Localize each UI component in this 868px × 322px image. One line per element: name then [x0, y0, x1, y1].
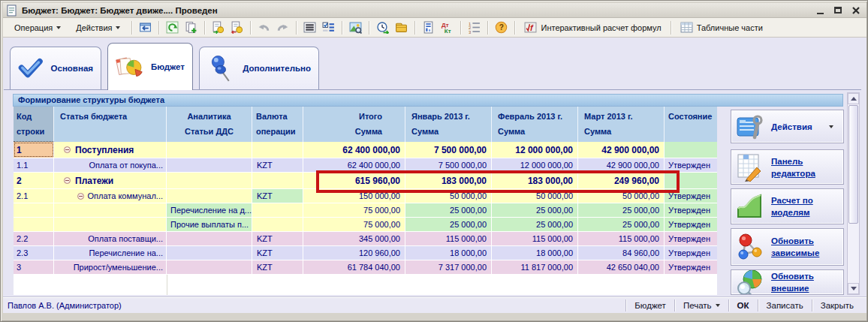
cell-mar[interactable]: 115 000,00 [578, 232, 665, 245]
table-row[interactable]: 1Поступления62 400 000,007 500 000,0012 … [14, 142, 717, 158]
cell-code[interactable] [14, 203, 54, 217]
cell-total[interactable]: 61 784 040,00 [303, 260, 405, 274]
binder-icon[interactable] [393, 20, 410, 36]
history-icon[interactable] [374, 20, 391, 36]
cell-article[interactable]: Оплата от покупа... [54, 158, 167, 172]
cell-feb[interactable]: 11 817 000,00 [492, 260, 578, 274]
table-empty-area[interactable] [14, 275, 717, 295]
cell-total[interactable]: 345 000,00 [303, 232, 405, 245]
cell-state[interactable]: Утвержден [665, 218, 717, 231]
cell-state[interactable] [665, 142, 717, 158]
cell-state[interactable]: Утвержден [665, 189, 717, 203]
maximize-button[interactable] [830, 5, 845, 17]
table-row[interactable]: 1.1Оплата от покупа...KZT62 400 000,007 … [14, 158, 717, 173]
cell-feb[interactable]: 115 000,00 [492, 232, 578, 245]
side-editor-panel-button[interactable]: Панель редактора [731, 149, 844, 185]
cell-article[interactable]: Перечисление на... [54, 246, 167, 260]
cell-state[interactable]: Утвержден [665, 260, 717, 274]
cell-total[interactable]: 150 000,00 [303, 189, 405, 203]
redo-icon[interactable] [274, 20, 291, 36]
cell-feb[interactable]: 183 000,00 [492, 173, 578, 188]
cell-code[interactable]: 2.2 [14, 232, 54, 245]
operation-menu[interactable]: Операция [8, 20, 68, 35]
tab-main[interactable]: Основная [10, 47, 101, 89]
cell-mar[interactable]: 50 000,00 [578, 189, 665, 203]
post-icon[interactable] [209, 20, 227, 36]
side-actions-button[interactable]: Действия [731, 110, 844, 143]
close-form-button[interactable]: Закрыть [812, 299, 862, 311]
cell-total[interactable]: 75 000,00 [303, 218, 405, 231]
cell-feb[interactable]: 25 000,00 [492, 203, 578, 217]
side-model-calc-button[interactable]: Расчет по моделям [731, 188, 844, 224]
scroll-down-button[interactable] [848, 283, 859, 294]
cell-feb[interactable]: 25 000,00 [492, 218, 578, 231]
cell-analytics[interactable] [167, 142, 252, 158]
cell-currency[interactable]: KZT [252, 189, 303, 203]
refresh-icon[interactable] [164, 20, 181, 36]
cell-state[interactable]: Утвержден [665, 232, 717, 245]
cell-currency[interactable] [252, 173, 303, 188]
scroll-up-button[interactable] [848, 93, 859, 104]
unpost-icon[interactable] [228, 20, 246, 36]
column-header[interactable]: Валютаоперации [252, 107, 303, 142]
picture-preview-icon[interactable] [347, 20, 364, 36]
cell-article[interactable] [54, 218, 167, 231]
cell-code[interactable]: 1.1 [14, 158, 54, 172]
print-button[interactable]: Печать [675, 299, 728, 311]
tabular-parts-button[interactable]: Табличные части [676, 19, 767, 36]
cell-jan[interactable]: 25 000,00 [405, 218, 492, 231]
reread-icon[interactable] [137, 20, 154, 36]
cell-state[interactable]: Утвержден [665, 246, 717, 260]
cell-total[interactable]: 62 400 000,00 [303, 158, 405, 172]
cell-analytics[interactable] [167, 189, 252, 203]
cell-mar[interactable]: 25 000,00 [578, 203, 665, 217]
cell-article[interactable] [54, 203, 167, 217]
collapse-icon[interactable] [64, 177, 71, 184]
cell-mar[interactable]: 42 900 000,00 [578, 158, 665, 172]
cell-code[interactable]: 1 [14, 142, 54, 158]
column-header[interactable]: Кодстроки [14, 107, 54, 142]
column-header[interactable]: ИтогоСумма [303, 107, 405, 142]
cell-article[interactable]: Оплата поставщи... [54, 232, 167, 245]
cell-jan[interactable]: 7 500 000,00 [405, 158, 492, 172]
title-bar[interactable]: Бюджет: Бюджет: Бюджет движе.... Проведе… [3, 3, 866, 18]
column-header[interactable]: Статья бюджета [54, 107, 167, 142]
table-row[interactable]: 2Платежи615 960,00183 000,00183 000,0024… [14, 173, 717, 189]
table-row[interactable]: Перечисление на д...75 000,0025 000,0025… [14, 203, 717, 218]
cell-code[interactable]: 2.1 [14, 189, 54, 203]
cell-total[interactable]: 615 960,00 [303, 173, 405, 188]
budget-button[interactable]: Бюджет [626, 299, 674, 311]
cell-code[interactable] [14, 218, 54, 231]
cell-jan[interactable]: 183 000,00 [405, 173, 492, 188]
column-header[interactable]: Март 2013 г.Сумма [578, 107, 665, 142]
scrollbar-thumb[interactable] [848, 105, 858, 224]
ok-button[interactable]: ОК [729, 299, 758, 311]
cell-mar[interactable]: 42 650 040,00 [578, 260, 665, 274]
cell-state[interactable]: Утвержден [665, 203, 717, 217]
close-button[interactable] [848, 5, 863, 17]
cell-analytics[interactable] [167, 158, 252, 172]
cell-currency[interactable] [252, 203, 303, 217]
cell-analytics[interactable] [167, 246, 252, 260]
cell-article[interactable]: Платежи [54, 173, 167, 188]
cell-feb[interactable]: 12 000 000,00 [492, 142, 578, 158]
cell-jan[interactable]: 50 000,00 [405, 189, 492, 203]
cell-jan[interactable]: 18 000,00 [405, 246, 492, 260]
column-header[interactable]: АналитикаСтатьи ДДС [167, 107, 252, 142]
column-header[interactable]: Февраль 2013 г.Сумма [492, 107, 578, 142]
cell-state[interactable] [665, 173, 717, 188]
tab-additional[interactable]: Дополнительно [199, 47, 319, 89]
cell-state[interactable]: Утвержден [665, 158, 717, 172]
cell-currency[interactable]: KZT [252, 232, 303, 245]
cell-analytics[interactable]: Прочие выплаты п... [167, 218, 252, 231]
cell-article[interactable]: Оплата коммунал... [54, 189, 167, 203]
list-rows-icon[interactable] [301, 20, 318, 36]
numbered-list-icon[interactable]: 123 [466, 20, 483, 36]
cell-jan[interactable]: 7 500 000,00 [405, 142, 492, 158]
cell-total[interactable]: 120 960,00 [303, 246, 405, 260]
cell-analytics[interactable] [167, 232, 252, 245]
cell-currency[interactable] [252, 142, 303, 158]
cell-analytics[interactable]: Перечисление на д... [167, 203, 252, 217]
interactive-calc-button[interactable]: f Интерактивный расчет формул [520, 19, 665, 36]
cell-currency[interactable]: KZT [252, 246, 303, 260]
